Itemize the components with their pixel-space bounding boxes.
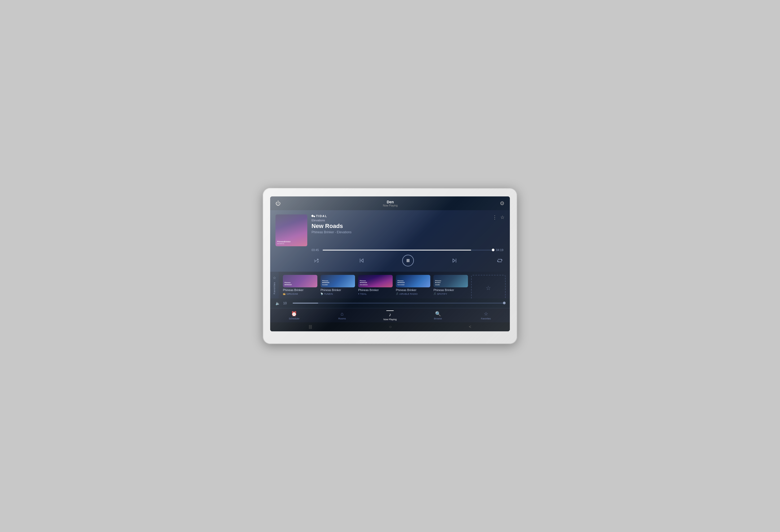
fav-card-name-1: Phineas Brinker [283,288,318,292]
fav-card-name-2: Phineas Brinker [321,288,355,292]
nav-favorites[interactable]: ☆ Favorites [478,311,494,320]
add-favorite-button[interactable]: ☆ [471,275,505,298]
fav-card-art-inner-4: PhineasBRINKERharvester [396,275,430,287]
bottom-nav: ⏰ Scheduler ⌂ Rooms ♪ Now Playing 🔍 Brow… [270,308,510,322]
favorites-content: PhineasBRINKER Phineas Brinker 📻 SIRIUSX… [279,272,510,298]
fav-card-art-5: PhineasBrinkerstudio [434,275,468,287]
album-art-inner: PhineasBrinker elevations [276,214,307,246]
fav-card-source-label-4: AIRABLE RADIO [399,293,418,295]
fav-card-source-2: 📡 TUNEIN [321,293,355,295]
fav-card-art-text-5: PhineasBrinkerstudio [435,280,441,286]
repeat-button[interactable] [495,256,504,265]
tidal-icon [311,215,315,217]
room-subtitle: Now Playing [383,204,398,207]
album-art-text: PhineasBrinker elevations [277,241,291,245]
fav-card-5[interactable]: PhineasBrinkerstudio Phineas Brinker 🎵 S… [434,275,468,295]
fav-card-1[interactable]: PhineasBRINKER Phineas Brinker 📻 SIRIUSX… [283,275,318,295]
fav-card-art-text-3: PhineasBRINKERelevations [360,280,368,286]
fav-card-art-4: PhineasBRINKERharvester [396,275,430,287]
siriusxm-icon: 📻 [283,293,286,295]
airable-icon: 🎵 [396,293,398,295]
track-name: New Roads [311,223,504,229]
volume-slider[interactable] [293,303,504,303]
fav-card-art-inner-2: PhineasBRINKERtraveler [321,275,355,287]
tunein-icon: 📡 [321,293,323,295]
svg-rect-3 [408,259,409,262]
nav-browse[interactable]: 🔍 Browse [430,311,446,320]
nav-active-indicator [386,310,394,311]
next-button[interactable] [450,256,459,265]
time-total: 04:19 [496,248,504,251]
nav-scheduler[interactable]: ⏰ Scheduler [286,311,302,320]
now-playing-nav-label: Now Playing [383,318,397,321]
artist-name: Phineas Brinker - Elevations [311,230,504,234]
nav-now-playing[interactable]: ♪ Now Playing [382,310,398,321]
svg-marker-4 [453,259,455,262]
now-playing-section: PhineasBrinker elevations TIDAL Elevatio… [270,210,510,272]
fav-card-art-3: PhineasBRINKERelevations [358,275,393,287]
android-nav: ||| ○ < [270,322,510,331]
fav-card-art-inner-1: PhineasBRINKER [283,275,318,287]
fav-card-source-5: 🎵 SPOTIFY [434,293,468,295]
fav-card-source-3: ♦ TIDAL [358,293,393,295]
fav-card-name-4: Phineas Brinker [396,288,430,292]
fav-card-source-4: 🎵 AIRABLE RADIO [396,293,430,295]
tidal-logo: TIDAL [311,214,504,217]
svg-rect-2 [407,259,408,262]
volume-knob[interactable] [503,302,505,304]
controls-row [276,254,504,268]
favorites-sidebar-label: Favorites [273,282,276,294]
tidal-label: TIDAL [316,214,327,217]
volume-fill [293,303,318,303]
scheduler-icon: ⏰ [291,311,297,317]
fav-card-art-1: PhineasBRINKER [283,275,318,287]
settings-button[interactable]: ⚙ [500,200,504,206]
room-name: Den [383,200,398,204]
fav-card-art-text-2: PhineasBRINKERtraveler [322,280,329,286]
now-playing-info: TIDAL Elevations New Roads Phineas Brink… [311,214,504,234]
android-home-button[interactable]: ○ [389,325,392,329]
favorites-section: ☆ Favorites PhineasBRINKER Phineas Brink… [270,272,510,298]
android-recent-button[interactable]: ||| [308,325,312,329]
power-button[interactable]: ⏻ [276,200,281,206]
now-playing-nav-icon: ♪ [389,312,391,318]
fav-card-source-1: 📻 SIRIUSXM [283,293,318,295]
header: ⏻ Den Now Playing ⚙ [270,196,510,210]
volume-icon: 🔈 [276,301,280,305]
album-name: Elevations [311,219,504,222]
browse-label: Browse [434,317,442,320]
favorites-sidebar-star-icon: ☆ [273,276,276,280]
time-current: 03:45 [311,248,320,251]
favorite-button[interactable]: ☆ [500,214,504,220]
shuffle-button[interactable] [311,256,321,265]
fav-card-name-5: Phineas Brinker [434,288,468,292]
progress-knob[interactable] [492,249,494,251]
android-back-button[interactable]: < [469,325,471,329]
progress-fill [323,250,471,250]
screen: ⏻ Den Now Playing ⚙ PhineasBrinker eleva… [270,196,510,331]
nav-rooms[interactable]: ⌂ Rooms [334,311,350,320]
progress-row: 03:45 04:19 [276,248,504,251]
fav-card-3[interactable]: PhineasBRINKERelevations Phineas Brinker… [358,275,393,295]
progress-bar[interactable] [323,250,493,250]
add-favorite-icon: ☆ [486,285,491,292]
fav-card-source-label-5: SPOTIFY [437,293,447,295]
fav-card-art-text-4: PhineasBRINKERharvester [397,280,404,286]
fav-card-source-label-3: TIDAL [360,293,367,295]
more-options-button[interactable]: ⋮ [492,214,497,220]
device-frame: ⏻ Den Now Playing ⚙ PhineasBrinker eleva… [263,188,517,344]
fav-card-4[interactable]: PhineasBRINKERharvester Phineas Brinker … [396,275,430,295]
play-pause-button[interactable] [402,255,414,267]
fav-card-2[interactable]: PhineasBRINKERtraveler Phineas Brinker 📡… [321,275,355,295]
rooms-label: Rooms [338,317,346,320]
now-playing-actions: ⋮ ☆ [492,214,504,220]
header-center: Den Now Playing [383,200,398,207]
tidal-diamond-2 [313,215,315,217]
tidal-source-icon: ♦ [358,293,359,295]
favorites-sidebar[interactable]: ☆ Favorites [270,272,279,298]
svg-marker-0 [361,259,363,262]
fav-card-source-label-1: SIRIUSXM [286,293,298,295]
previous-button[interactable] [357,256,367,265]
rooms-icon: ⌂ [341,311,344,317]
volume-value: 10 [283,301,290,305]
